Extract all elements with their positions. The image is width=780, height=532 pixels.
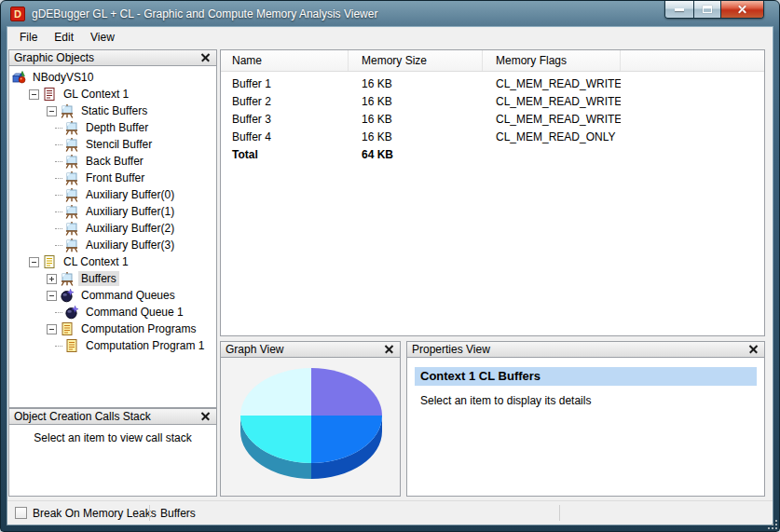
tree-item-label: GL Context 1 <box>61 87 131 102</box>
break-on-memory-leaks-checkbox[interactable] <box>15 507 27 519</box>
panel-close-icon[interactable] <box>200 412 211 422</box>
tree-item-label: Front Buffer <box>83 171 147 185</box>
table-cell: CL_MEM_READ_ONLY <box>483 130 621 143</box>
graph-view-panel: Graph View <box>220 341 401 497</box>
table-row[interactable]: Buffer 416 KBCL_MEM_READ_ONLY <box>221 128 764 145</box>
tree-item[interactable]: Buffers <box>9 270 216 287</box>
tree-item[interactable]: Back Buffer <box>9 153 216 170</box>
panel-close-icon[interactable] <box>748 345 759 355</box>
tree-item[interactable]: Computation Program 1 <box>9 337 216 354</box>
tree-expander-minus[interactable] <box>47 324 57 334</box>
program-icon <box>64 338 79 353</box>
table-cell: CL_MEM_READ_WRITE <box>483 77 621 90</box>
tree-item[interactable]: Static Buffers <box>9 102 216 119</box>
tree-expander-minus[interactable] <box>29 89 39 100</box>
table-cell: Buffer 1 <box>221 77 349 90</box>
app-icon: D <box>10 7 25 21</box>
table-cell: 16 KB <box>349 113 483 126</box>
column-header-memory-flags[interactable]: Memory Flags <box>483 50 621 71</box>
tree-item-label: Command Queues <box>78 288 178 303</box>
tree-item[interactable]: Auxiliary Buffer(3) <box>9 237 216 253</box>
buffer-icon <box>64 204 79 219</box>
tree-item-label: NBodyVS10 <box>30 70 96 85</box>
tree-expander-minus[interactable] <box>29 257 39 267</box>
application-window: D gDEBugger GL + CL - Graphic and Comput… <box>0 0 780 532</box>
close-icon <box>736 4 748 16</box>
tree-item-label: Back Buffer <box>83 154 146 169</box>
program-icon <box>60 321 75 336</box>
window-title: gDEBugger GL + CL - Graphic and Compute … <box>32 7 377 20</box>
panel-close-icon[interactable] <box>384 345 394 355</box>
tree-expander-plus[interactable] <box>47 274 57 284</box>
table-total-row[interactable]: Total64 KB <box>221 145 764 163</box>
table-row[interactable]: Buffer 316 KBCL_MEM_READ_WRITE <box>221 110 764 128</box>
tree-item-label: CL Context 1 <box>61 254 131 269</box>
properties-heading: Context 1 CL Buffers <box>415 367 757 386</box>
properties-view-panel: Properties View Context 1 CL Buffers Sel… <box>406 341 765 497</box>
tree-item[interactable]: Auxiliary Buffer(2) <box>9 220 216 237</box>
tree-item[interactable]: Stencil Buffer <box>9 136 216 153</box>
tree-item[interactable]: NBodyVS10 <box>9 69 216 86</box>
menu-file[interactable]: File <box>11 29 46 46</box>
model-icon <box>11 70 26 85</box>
tree-item[interactable]: Front Buffer <box>9 170 216 186</box>
buffer-icon <box>64 238 79 252</box>
table-body: Buffer 116 KBCL_MEM_READ_WRITEBuffer 216… <box>221 72 764 163</box>
buffer-icon <box>64 221 79 236</box>
tree-expander-minus[interactable] <box>47 291 57 301</box>
tree-item-label: Computation Program 1 <box>83 338 207 353</box>
buffer-icon <box>60 271 75 286</box>
tree-item[interactable]: Auxiliary Buffer(1) <box>9 203 216 220</box>
graph-view-body <box>220 358 401 497</box>
resize-grip-icon[interactable] <box>768 520 770 522</box>
tree-item[interactable]: Auxiliary Buffer(0) <box>9 186 216 203</box>
graphic-objects-header: Graphic Objects <box>8 49 217 66</box>
title-bar[interactable]: D gDEBugger GL + CL - Graphic and Comput… <box>1 1 779 27</box>
maximize-button[interactable] <box>693 1 720 18</box>
tree-item-label: Static Buffers <box>78 103 150 118</box>
tree-item-label: Depth Buffer <box>83 120 151 135</box>
buffer-icon <box>64 137 79 152</box>
tree-item[interactable]: Command Queue 1 <box>9 304 216 321</box>
cl-context-icon <box>42 254 57 269</box>
tree-item[interactable]: Depth Buffer <box>9 119 216 136</box>
tree-item[interactable]: Command Queues <box>9 287 216 304</box>
calls-stack-panel: Object Creation Calls Stack Select an it… <box>8 408 217 497</box>
tree-item-label: Auxiliary Buffer(3) <box>83 238 177 252</box>
command-queue-icon <box>64 305 79 320</box>
tree-connector <box>55 228 62 229</box>
panel-title: Graph View <box>226 343 384 356</box>
close-button[interactable] <box>720 1 763 18</box>
table-row[interactable]: Buffer 116 KBCL_MEM_READ_WRITE <box>221 75 764 92</box>
column-header-spacer[interactable] <box>621 50 764 71</box>
table-cell: 16 KB <box>349 95 483 108</box>
menu-edit[interactable]: Edit <box>46 29 82 46</box>
tree-item[interactable]: GL Context 1 <box>9 86 216 102</box>
tree-expander-minus[interactable] <box>47 106 57 116</box>
panel-title: Graphic Objects <box>14 51 200 64</box>
statusbar-separator <box>559 505 560 521</box>
calls-stack-header: Object Creation Calls Stack <box>8 408 217 425</box>
table-row[interactable]: Buffer 216 KBCL_MEM_READ_WRITE <box>221 92 764 110</box>
table-cell: Buffer 3 <box>221 113 349 126</box>
panel-close-icon[interactable] <box>200 53 211 63</box>
tree-item[interactable]: CL Context 1 <box>9 253 216 270</box>
tree-item-label: Command Queue 1 <box>83 305 186 320</box>
table-cell: CL_MEM_READ_WRITE <box>483 113 621 126</box>
buffer-icon <box>64 187 79 202</box>
gl-context-icon <box>42 87 57 102</box>
minimize-button[interactable] <box>665 1 693 18</box>
buffer-icon <box>64 171 79 185</box>
table-cell: 16 KB <box>349 77 483 90</box>
break-on-memory-leaks-label: Break On Memory Leaks <box>33 507 157 520</box>
tree-item[interactable]: Computation Programs <box>9 321 216 337</box>
memory-table-panel: NameMemory SizeMemory Flags Buffer 116 K… <box>220 49 765 336</box>
tree-connector <box>55 245 62 246</box>
column-header-name[interactable]: Name <box>221 50 349 71</box>
column-header-memory-size[interactable]: Memory Size <box>349 50 483 71</box>
menu-view[interactable]: View <box>82 29 123 46</box>
panel-title: Object Creation Calls Stack <box>14 410 200 423</box>
tree-item-label: Computation Programs <box>78 321 198 336</box>
table-cell: Buffer 4 <box>221 130 349 143</box>
tree-item-label: Auxiliary Buffer(1) <box>83 204 177 219</box>
